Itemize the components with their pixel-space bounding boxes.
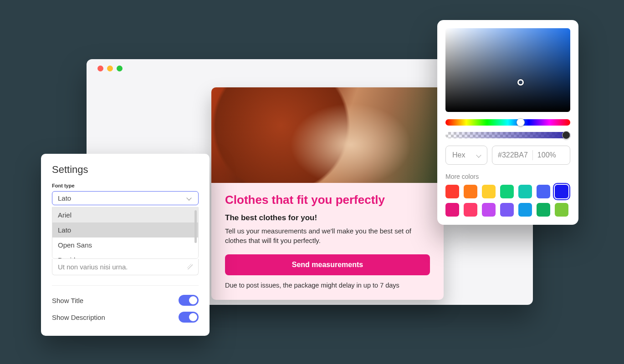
font-type-label: Font type xyxy=(52,183,199,188)
alpha-slider[interactable] xyxy=(445,132,570,138)
color-format-value: Hex xyxy=(452,151,465,159)
font-type-selected-value: Lato xyxy=(58,194,71,202)
color-format-select[interactable]: Hex xyxy=(445,146,487,165)
color-swatch[interactable] xyxy=(518,185,532,198)
dropdown-scrollbar[interactable] xyxy=(194,210,197,243)
font-option[interactable]: David xyxy=(52,253,198,259)
promo-card-image xyxy=(211,87,444,183)
more-colors-label: More colors xyxy=(445,173,570,180)
toggle-label: Show Description xyxy=(52,313,105,321)
color-swatch[interactable] xyxy=(555,203,568,217)
divider xyxy=(532,150,533,160)
sample-text-input[interactable]: Ut non varius nisi urna. xyxy=(52,259,199,275)
toggle-row: Show Description xyxy=(52,309,199,326)
font-type-dropdown: Ariel Lato Open Sans David xyxy=(52,207,199,259)
window-minimize-icon[interactable] xyxy=(107,66,113,71)
settings-heading: Settings xyxy=(52,164,199,176)
toggle-row: Show Title xyxy=(52,292,199,309)
window-close-icon[interactable] xyxy=(97,66,103,71)
color-swatch[interactable] xyxy=(464,203,477,217)
color-swatch[interactable] xyxy=(482,203,496,217)
swatch-grid xyxy=(445,185,570,217)
show-title-toggle[interactable] xyxy=(179,295,199,306)
promo-card-body: Clothes that fit you perfectly The best … xyxy=(211,183,444,300)
hex-value: #322BA7 xyxy=(498,151,528,159)
chevron-down-icon xyxy=(476,152,482,158)
hue-slider[interactable] xyxy=(445,119,570,126)
color-swatch[interactable] xyxy=(464,185,477,198)
resize-handle-icon[interactable] xyxy=(187,264,193,269)
chevron-down-icon xyxy=(186,195,193,201)
divider xyxy=(52,285,199,286)
color-swatch[interactable] xyxy=(482,185,496,198)
promo-disclaimer: Due to post issues, the package might de… xyxy=(225,282,430,289)
color-swatch[interactable] xyxy=(518,203,532,217)
alpha-handle-icon[interactable] xyxy=(562,131,570,139)
color-value-input[interactable]: #322BA7 100% xyxy=(492,146,570,165)
promo-description: Tell us your measurements and we'll make… xyxy=(225,226,430,245)
color-swatch[interactable] xyxy=(555,185,568,198)
sv-handle-icon[interactable] xyxy=(517,79,524,86)
send-measurements-button[interactable]: Send measurements xyxy=(225,254,430,275)
settings-panel: Settings Font type Lato Ariel Lato Open … xyxy=(41,154,210,336)
font-option[interactable]: Open Sans xyxy=(52,238,198,253)
show-description-toggle[interactable] xyxy=(179,312,199,323)
window-zoom-icon[interactable] xyxy=(117,66,123,71)
font-option[interactable]: Ariel xyxy=(52,207,198,222)
color-swatch[interactable] xyxy=(500,185,514,198)
sample-text-value: Ut non varius nisi urna. xyxy=(58,263,128,271)
font-option[interactable]: Lato xyxy=(52,222,198,238)
color-swatch[interactable] xyxy=(445,203,459,217)
promo-subtitle: The best clothes for you! xyxy=(225,213,430,222)
color-swatch[interactable] xyxy=(537,185,550,198)
color-inputs-row: Hex #322BA7 100% xyxy=(445,146,570,165)
alpha-value: 100% xyxy=(537,151,556,159)
promo-card: Clothes that fit you perfectly The best … xyxy=(211,87,444,300)
font-type-select[interactable]: Lato xyxy=(52,191,199,205)
saturation-value-field[interactable] xyxy=(445,28,570,112)
color-swatch[interactable] xyxy=(537,203,550,217)
color-swatch[interactable] xyxy=(445,185,459,198)
hue-handle-icon[interactable] xyxy=(517,118,525,126)
toggle-label: Show Title xyxy=(52,297,83,304)
promo-title: Clothes that fit you perfectly xyxy=(225,193,430,207)
color-picker-panel: Hex #322BA7 100% More colors xyxy=(437,20,578,225)
color-swatch[interactable] xyxy=(500,203,514,217)
